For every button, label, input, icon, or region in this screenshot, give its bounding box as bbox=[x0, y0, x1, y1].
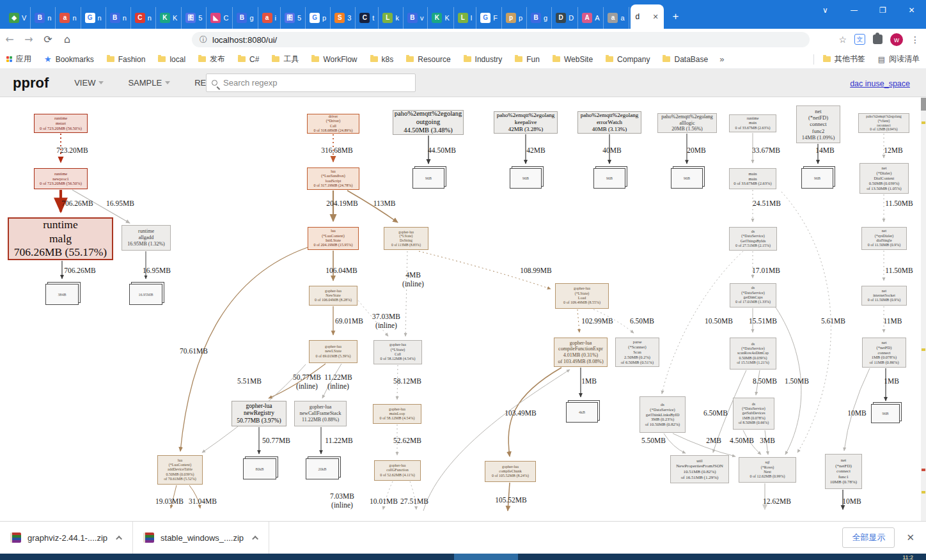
restore-button[interactable]: ❐ bbox=[868, 6, 897, 15]
bookmark-item[interactable]: C# bbox=[231, 55, 265, 64]
close-button[interactable]: ✕ bbox=[897, 6, 926, 15]
browser-tab[interactable]: S3 bbox=[331, 7, 356, 29]
bookmark-item[interactable]: 发布 bbox=[192, 54, 231, 65]
graph-node-runtime-mstart[interactable]: runtimemstart0 of 723.20MB (56.50%) bbox=[34, 114, 88, 133]
graph-node-net-dialsingle[interactable]: net(*sysDialer)dialSingle0 of 11.50MB (0… bbox=[861, 227, 907, 250]
graph-leaf-box[interactable]: 80kB bbox=[243, 458, 276, 479]
graph-node-net-connect-func1[interactable]: net(*netFD)connectfunc110MB (0.78%) bbox=[825, 454, 862, 489]
bookmark-item[interactable]: Industry bbox=[457, 55, 509, 64]
bookmark-item[interactable]: WebSite bbox=[546, 55, 599, 64]
browser-tab[interactable]: ai bbox=[258, 7, 281, 29]
bookmark-item[interactable]: ★Bookmarks bbox=[38, 54, 100, 64]
bookmark-item[interactable]: k8s bbox=[364, 55, 400, 64]
browser-tab[interactable]: AA bbox=[578, 7, 604, 29]
graph-node-lua-loadscript[interactable]: lua(*LuaSandbox)loadScript0 of 317.19MB … bbox=[307, 167, 359, 190]
home-button[interactable]: ⌂ bbox=[58, 33, 77, 45]
extensions-puzzle-icon[interactable] bbox=[873, 35, 883, 44]
download-item[interactable]: graphviz-2.44.1-....zip bbox=[0, 522, 132, 554]
browser-tab[interactable]: Bg bbox=[233, 7, 258, 29]
bookmark-star-icon[interactable]: ☆ bbox=[838, 35, 847, 45]
scrollbar-track[interactable] bbox=[921, 97, 926, 521]
graph-node-util-newpropertiesfromjson[interactable]: utilNewPropertiesFromJSON10.51MB (0.82%)… bbox=[670, 455, 729, 483]
graph-node-net-connect[interactable]: net(*netFD)connect1MB (0.078%)of 11MB (0… bbox=[862, 338, 906, 368]
menu-view[interactable]: VIEW bbox=[74, 78, 104, 88]
chevron-up-icon[interactable] bbox=[252, 535, 258, 541]
graph-node-gopherlua-compilefunctionexpr[interactable]: gopher-luacompileFunctionExpr4.01MB (0.3… bbox=[554, 338, 608, 367]
graph-node-runtime-allgadd[interactable]: runtimeallgadd16.95MB (1.32%) bbox=[122, 225, 171, 251]
graph-node-ds-getsubdevices[interactable]: ds(*DataService)getSubDevices1MB (0.078%… bbox=[733, 398, 774, 430]
graph-node-ds-getdimcaps[interactable]: ds(*DataService)getDimCaps0 of 17.01MB (… bbox=[730, 283, 776, 307]
graph-node-gopherlua-newregistry[interactable]: gopher-luanewRegistry50.77MB (3.97%) bbox=[231, 401, 286, 426]
graph-node-gopherlua-load[interactable]: gopher-lua(*LState)Load0 of 109.49MB (8.… bbox=[555, 283, 609, 309]
browser-tab[interactable]: Ll bbox=[454, 7, 476, 29]
bookmark-item[interactable]: local bbox=[152, 55, 192, 64]
bookmark-item[interactable]: WorkFlow bbox=[305, 55, 363, 64]
graph-leaf-box[interactable]: 16.95MB bbox=[129, 284, 162, 305]
bookmark-item[interactable]: 其他书签 bbox=[817, 54, 872, 65]
graph-node-ds-scanrowasdimcap[interactable]: ds(*DataService)scanRowAsDimCap0.50MB (0… bbox=[730, 338, 776, 369]
browser-tab[interactable]: Bv bbox=[404, 7, 428, 29]
graph-node-paho-alllogic[interactable]: paho%2emqtt%2egolangalllogic20MB (1.56%) bbox=[657, 113, 717, 133]
graph-node-net-dialcontext[interactable]: net(*Dialer)DialContext0.50MB (0.039%)of… bbox=[859, 163, 909, 194]
bookmark-item[interactable]: Fashion bbox=[100, 55, 152, 64]
tab-close-icon[interactable]: ✕ bbox=[652, 13, 658, 21]
graph-node-gopherlua-callgfunction[interactable]: gopher-luacallGFunction0 of 52.62MB (4.1… bbox=[374, 460, 421, 481]
graph-node-ds-getthinklinksbyid[interactable]: ds(*DataService)getThinkLinksByID3MB (0.… bbox=[640, 396, 686, 433]
chrome-menu-icon[interactable]: ⋮ bbox=[911, 35, 920, 45]
minimize-button[interactable]: — bbox=[840, 6, 868, 15]
active-tab[interactable]: d ✕ bbox=[631, 4, 664, 29]
menu-sample[interactable]: SAMPLE bbox=[128, 78, 170, 88]
browser-tab[interactable]: an bbox=[56, 7, 81, 29]
translate-icon[interactable]: 文 bbox=[854, 34, 865, 45]
graph-node-runtime-malg[interactable]: runtimemalg706.26MB (55.17%) bbox=[8, 217, 113, 260]
browser-tab[interactable]: 图5 bbox=[182, 7, 207, 29]
reload-button[interactable]: ⟳ bbox=[38, 33, 58, 45]
bookmark-item[interactable]: 工具 bbox=[265, 54, 305, 65]
graph-node-runtime-newproc1[interactable]: runtimenewproc10 of 723.20MB (56.50%) bbox=[34, 168, 88, 189]
graph-leaf-box[interactable]: 96B bbox=[801, 168, 833, 189]
graph-leaf-box[interactable]: 96B bbox=[510, 168, 542, 189]
download-item[interactable]: stable_windows_....zip bbox=[133, 522, 269, 554]
address-bar[interactable]: ⓘ localhost:8080/ui/ bbox=[192, 32, 810, 47]
graph-node-driver-call[interactable]: driver(*Driver)Call0 of 318.68MB (24.89%… bbox=[307, 114, 359, 134]
browser-tab[interactable]: pp bbox=[502, 7, 527, 29]
bookmark-item[interactable]: ▤阅读清单 bbox=[872, 54, 926, 65]
show-all-downloads-button[interactable]: 全部显示 bbox=[842, 527, 895, 548]
graph-node-gopherlua-dostring[interactable]: gopher-lua(*LState)DoString0 of 113MB (8… bbox=[384, 227, 428, 250]
profile-link[interactable]: dac inuse_space bbox=[850, 79, 910, 88]
bookmark-item[interactable]: Company bbox=[599, 55, 656, 64]
graph-node-gopherlua-newstate[interactable]: gopher-luaNewState0 of 106.04MB (8.28%) bbox=[309, 286, 357, 306]
graph-node-gopherlua-newcallframestack[interactable]: gopher-luanewCallFrameStack11.22MB (0.88… bbox=[294, 401, 347, 426]
bookmark-item[interactable]: DataBase bbox=[656, 55, 714, 64]
graph-node-sql-rows-next[interactable]: sql(*Rows)Next0 of 12.62MB (0.99%) bbox=[739, 457, 796, 483]
graph-leaf-box[interactable]: 96B bbox=[412, 168, 444, 189]
browser-tab[interactable]: Cn bbox=[131, 7, 156, 29]
graph-leaf-box[interactable]: 96B bbox=[671, 168, 703, 189]
browser-tab[interactable]: DD bbox=[552, 7, 578, 29]
graph-node-gopherlua-mainloop[interactable]: gopher-luamainLoop0 of 58.12MB (4.54%) bbox=[373, 404, 421, 424]
graph-node-net-internetsocket[interactable]: netinternetSocket0 of 11.50MB (0.9%) bbox=[861, 286, 907, 306]
back-button[interactable]: ← bbox=[0, 33, 19, 45]
browser-tab[interactable]: Gn bbox=[81, 7, 106, 29]
search-box[interactable] bbox=[206, 74, 416, 92]
profile-avatar[interactable]: w bbox=[890, 33, 903, 46]
new-tab-button[interactable]: + bbox=[673, 10, 679, 23]
browser-tab[interactable]: ◣C bbox=[207, 7, 233, 29]
search-input[interactable] bbox=[222, 77, 395, 88]
browser-tab[interactable]: Bn bbox=[106, 7, 131, 29]
graph-leaf-box[interactable]: 96B bbox=[871, 404, 900, 423]
graph-leaf-box[interactable]: 384B bbox=[45, 284, 79, 305]
graph-leaf-box[interactable]: 4kB bbox=[566, 402, 598, 423]
graph-leaf-box[interactable]: 20kB bbox=[306, 458, 339, 479]
graph-leaf-box[interactable]: 96B bbox=[593, 168, 625, 189]
forward-button[interactable]: → bbox=[19, 33, 38, 45]
browser-tab[interactable]: KK bbox=[156, 7, 182, 29]
graph-node-paho-outgoing[interactable]: paho%2emqtt%2egolangoutgoing44.50MB (3.4… bbox=[393, 110, 464, 135]
browser-tab[interactable]: Lk bbox=[379, 7, 404, 29]
bookmarks-overflow-chevron[interactable]: » bbox=[714, 54, 729, 64]
graph-node-runtime-main[interactable]: runtimemain0 of 33.67MB (2.63%) bbox=[729, 114, 776, 132]
graph-node-lua-adddevicetable[interactable]: lua(*LuaContext)addDeviceTable0.50MB (0.… bbox=[157, 455, 203, 485]
tab-search-icon[interactable]: ∨ bbox=[811, 6, 840, 15]
graph-node-main-main[interactable]: mainmain0 of 33.67MB (2.63%) bbox=[729, 168, 776, 189]
bookmark-item[interactable]: 应用 bbox=[0, 54, 38, 65]
